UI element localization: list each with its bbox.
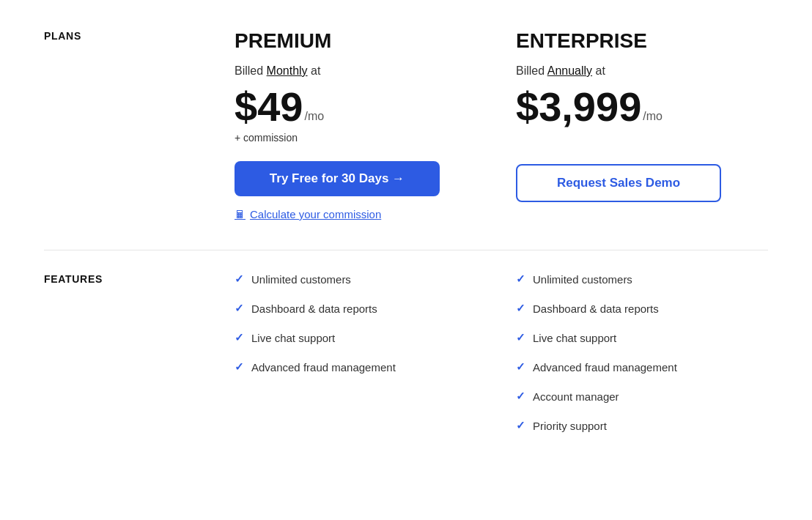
plans-section-label: PLANS [44, 29, 205, 242]
check-icon: ✓ [516, 390, 525, 403]
check-icon: ✓ [235, 302, 244, 315]
check-icon: ✓ [516, 302, 525, 315]
premium-billed-cycle[interactable]: Monthly [267, 64, 308, 77]
premium-features-list: ✓Unlimited customers✓Dashboard & data re… [205, 272, 487, 448]
calculator-icon: 🖩 [235, 208, 246, 220]
check-icon: ✓ [516, 419, 525, 432]
calculate-commission-link[interactable]: 🖩 Calculate your commission [235, 208, 457, 220]
pricing-table: PLANS PREMIUM Billed Monthly at $49 /mo … [44, 29, 768, 448]
enterprise-billed-cycle[interactable]: Annually [547, 64, 592, 77]
check-icon: ✓ [235, 360, 244, 374]
enterprise-billed-text: Billed Annually at [516, 64, 739, 78]
enterprise-plan-header: ENTERPRISE Billed Annually at $3,999 /mo… [487, 29, 768, 242]
list-item: ✓Unlimited customers [516, 272, 739, 286]
list-item: ✓Advanced fraud management [516, 360, 739, 374]
check-icon: ✓ [516, 331, 525, 344]
list-item: ✓Live chat support [235, 331, 457, 344]
enterprise-features-list: ✓Unlimited customers✓Dashboard & data re… [487, 272, 768, 448]
premium-plan-name: PREMIUM [235, 29, 457, 53]
enterprise-period: /mo [643, 110, 662, 123]
enterprise-cta-button[interactable]: Request Sales Demo [516, 164, 721, 202]
check-icon: ✓ [516, 272, 525, 286]
premium-plan-header: PREMIUM Billed Monthly at $49 /mo + comm… [205, 29, 487, 242]
enterprise-plan-name: ENTERPRISE [516, 29, 739, 53]
premium-billed-text: Billed Monthly at [235, 64, 457, 78]
enterprise-price-row: $3,999 /mo [516, 86, 739, 127]
features-section-label: FEATURES [44, 272, 205, 448]
list-item: ✓Live chat support [516, 331, 739, 344]
section-divider [44, 250, 768, 250]
premium-period: /mo [304, 110, 324, 123]
list-item: ✓Priority support [516, 419, 739, 432]
premium-price-row: $49 /mo [235, 86, 457, 127]
premium-cta-button[interactable]: Try Free for 30 Days → [235, 161, 440, 196]
check-icon: ✓ [516, 360, 525, 374]
list-item: ✓Dashboard & data reports [235, 302, 457, 315]
check-icon: ✓ [235, 331, 244, 344]
list-item: ✓Unlimited customers [235, 272, 457, 286]
enterprise-spacer [516, 132, 739, 146]
premium-commission: + commission [235, 132, 457, 144]
premium-price: $49 [235, 86, 303, 127]
list-item: ✓Advanced fraud management [235, 360, 457, 374]
list-item: ✓Dashboard & data reports [516, 302, 739, 315]
enterprise-price: $3,999 [516, 86, 641, 127]
check-icon: ✓ [235, 272, 244, 286]
list-item: ✓Account manager [516, 390, 739, 403]
